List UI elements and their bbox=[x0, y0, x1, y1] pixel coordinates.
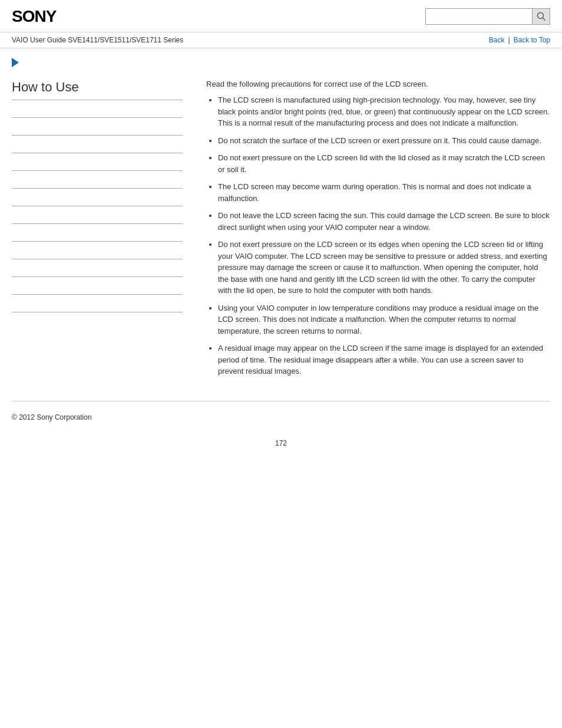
list-item: Do not scratch the surface of the LCD sc… bbox=[218, 135, 550, 147]
search-input[interactable] bbox=[426, 9, 532, 24]
list-item: The LCD screen may become warm during op… bbox=[218, 181, 550, 204]
search-icon bbox=[537, 12, 546, 21]
nav-separator: | bbox=[508, 36, 510, 44]
search-button[interactable] bbox=[532, 9, 550, 24]
content-list: The LCD screen is manufactured using hig… bbox=[206, 94, 550, 377]
main-content: How to Use Read the following precaution… bbox=[0, 74, 562, 395]
sidebar-title: How to Use bbox=[12, 80, 183, 100]
sidebar-item[interactable] bbox=[12, 189, 183, 206]
list-item: A residual image may appear on the LCD s… bbox=[218, 342, 550, 377]
nav-title: VAIO User Guide SVE1411/SVE1511/SVE1711 … bbox=[12, 36, 183, 44]
header: SONY bbox=[0, 0, 562, 32]
page-number: 172 bbox=[275, 439, 287, 447]
list-item: Do not exert pressure on the LCD screen … bbox=[218, 152, 550, 175]
list-item: Do not leave the LCD screen facing the s… bbox=[218, 210, 550, 233]
breadcrumb bbox=[0, 48, 562, 74]
copyright: © 2012 Sony Corporation bbox=[12, 413, 92, 421]
sidebar-item[interactable] bbox=[12, 295, 183, 312]
sidebar-item[interactable] bbox=[12, 100, 183, 118]
svg-point-0 bbox=[537, 13, 543, 19]
sidebar: How to Use bbox=[12, 80, 194, 383]
list-item: Do not exert pressure on the LCD screen … bbox=[218, 239, 550, 297]
content-intro: Read the following precautions for corre… bbox=[206, 80, 550, 88]
sidebar-item[interactable] bbox=[12, 277, 183, 295]
sidebar-item[interactable] bbox=[12, 259, 183, 277]
nav-bar: VAIO User Guide SVE1411/SVE1511/SVE1711 … bbox=[0, 32, 562, 48]
back-link[interactable]: Back bbox=[489, 36, 505, 44]
sidebar-item[interactable] bbox=[12, 206, 183, 224]
search-container bbox=[425, 8, 550, 25]
sidebar-item[interactable] bbox=[12, 171, 183, 189]
list-item: The LCD screen is manufactured using hig… bbox=[218, 94, 550, 129]
sony-logo: SONY bbox=[12, 7, 56, 26]
nav-links: Back | Back to Top bbox=[489, 36, 550, 44]
footer: © 2012 Sony Corporation bbox=[0, 407, 562, 433]
sidebar-item[interactable] bbox=[12, 136, 183, 153]
svg-line-1 bbox=[543, 18, 545, 21]
sidebar-item[interactable] bbox=[12, 153, 183, 171]
page-number-container: 172 bbox=[0, 433, 562, 453]
sidebar-item[interactable] bbox=[12, 224, 183, 242]
sidebar-item[interactable] bbox=[12, 118, 183, 136]
list-item: Using your VAIO computer in low temperat… bbox=[218, 302, 550, 337]
content-divider bbox=[12, 401, 550, 401]
back-to-top-link[interactable]: Back to Top bbox=[514, 36, 550, 44]
chevron-right-icon[interactable] bbox=[12, 58, 19, 67]
sidebar-item[interactable] bbox=[12, 242, 183, 259]
content-area: Read the following precautions for corre… bbox=[194, 80, 550, 383]
